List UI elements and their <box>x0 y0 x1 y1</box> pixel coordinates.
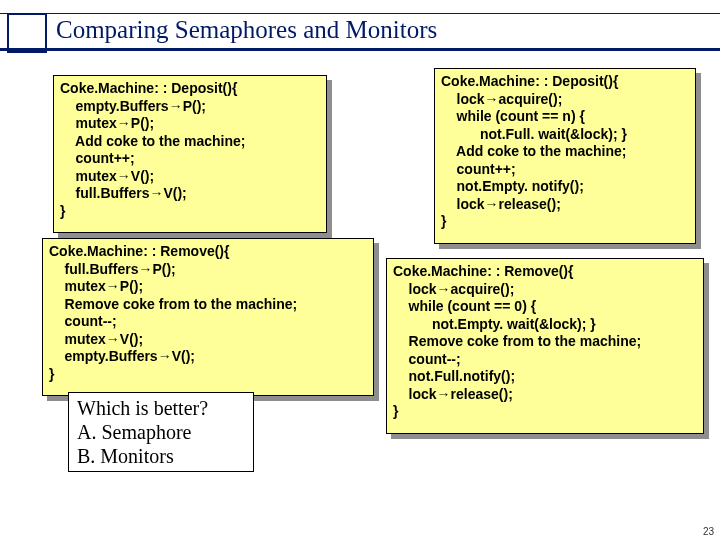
header-corner-square <box>7 13 47 53</box>
header-rule-thick <box>0 48 720 51</box>
page-number: 23 <box>703 526 714 537</box>
monitor-deposit-code: Coke.Machine: : Deposit(){ lock→acquire(… <box>434 68 696 244</box>
semaphore-deposit-code: Coke.Machine: : Deposit(){ empty.Buffers… <box>53 75 327 233</box>
header-rule-thin <box>0 13 720 14</box>
question-box: Which is better? A. Semaphore B. Monitor… <box>68 392 254 472</box>
monitor-remove-code: Coke.Machine: : Remove(){ lock→acquire()… <box>386 258 704 434</box>
semaphore-remove-code: Coke.Machine: : Remove(){ full.Buffers→P… <box>42 238 374 396</box>
page-title: Comparing Semaphores and Monitors <box>56 16 437 44</box>
